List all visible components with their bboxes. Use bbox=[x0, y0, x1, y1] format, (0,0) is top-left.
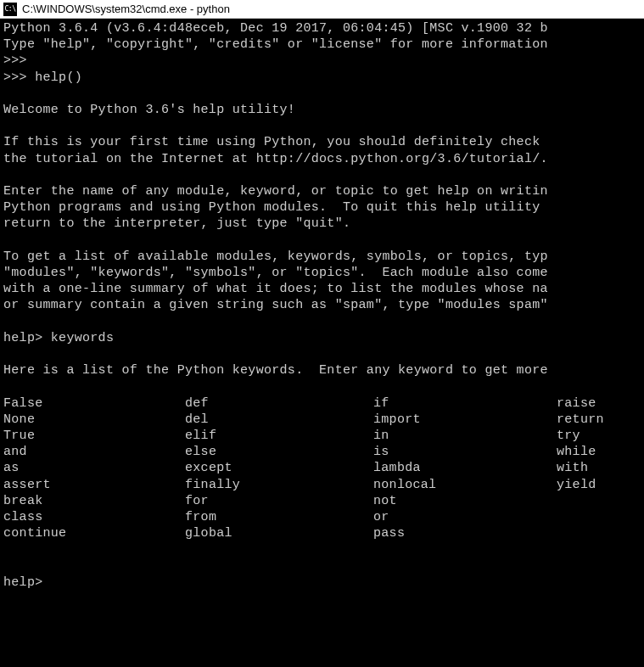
keyword-cell: with bbox=[557, 460, 641, 476]
keyword-cell: as bbox=[3, 460, 185, 476]
keyword-cell: True bbox=[3, 428, 185, 444]
keyword-cell: del bbox=[185, 412, 373, 428]
prompt-help: >>> bbox=[3, 70, 35, 85]
para2-line3: return to the interpreter, just type "qu… bbox=[3, 216, 350, 231]
keyword-cell: try bbox=[557, 428, 641, 444]
keyword-cell: class bbox=[3, 509, 185, 525]
keyword-cell: break bbox=[3, 493, 185, 509]
keyword-cell: return bbox=[557, 412, 641, 428]
help-prompt-final: help> bbox=[3, 575, 43, 590]
keyword-cell: from bbox=[185, 509, 373, 525]
keyword-cell: else bbox=[185, 444, 373, 460]
keyword-cell: lambda bbox=[373, 460, 557, 476]
keyword-cell bbox=[557, 493, 641, 509]
keyword-cell: finally bbox=[185, 477, 373, 493]
keyword-cell: raise bbox=[557, 395, 641, 412]
help-prompt: help> bbox=[3, 331, 51, 345]
keyword-cell: elif bbox=[185, 428, 373, 444]
keyword-cell: continue bbox=[3, 525, 185, 541]
console-output[interactable]: Python 3.6.4 (v3.6.4:d48eceb, Dec 19 201… bbox=[0, 19, 644, 667]
keyword-cell: import bbox=[373, 412, 557, 428]
keyword-cell: None bbox=[3, 412, 185, 428]
keywords-command: keywords bbox=[51, 331, 114, 345]
keyword-cell: False bbox=[3, 395, 185, 412]
prompt-empty: >>> bbox=[3, 53, 27, 68]
keywords-intro: Here is a list of the Python keywords. E… bbox=[3, 363, 548, 378]
keyword-cell: pass bbox=[373, 525, 557, 541]
keyword-cell: if bbox=[373, 395, 557, 412]
keyword-cell: yield bbox=[557, 477, 641, 493]
keyword-cell: in bbox=[373, 428, 557, 444]
keywords-table: FalsedefifraiseNonedelimportreturnTrueel… bbox=[3, 395, 641, 542]
keyword-cell: while bbox=[557, 444, 641, 460]
keyword-cell bbox=[557, 509, 641, 525]
keyword-cell: or bbox=[373, 509, 557, 525]
python-version-line: Python 3.6.4 (v3.6.4:d48eceb, Dec 19 201… bbox=[3, 21, 548, 36]
keyword-cell bbox=[557, 525, 641, 541]
para3-line2: "modules", "keywords", "symbols", or "to… bbox=[3, 266, 548, 280]
keyword-cell: for bbox=[185, 493, 373, 509]
para1-line2: the tutorial on the Internet at http://d… bbox=[3, 152, 548, 166]
keyword-cell: nonlocal bbox=[373, 477, 557, 493]
keyword-cell: and bbox=[3, 444, 185, 460]
keyword-cell: except bbox=[185, 460, 373, 476]
para3-line4: or summary contain a given string such a… bbox=[3, 298, 548, 312]
window-title-bar[interactable]: C:\ C:\WINDOWS\system32\cmd.exe - python bbox=[0, 0, 644, 19]
window-title: C:\WINDOWS\system32\cmd.exe - python bbox=[22, 3, 230, 15]
para2-line2: Python programs and using Python modules… bbox=[3, 200, 548, 215]
para3-line1: To get a list of available modules, keyw… bbox=[3, 249, 548, 264]
keyword-cell: not bbox=[373, 493, 557, 509]
keyword-cell: global bbox=[185, 525, 373, 541]
keyword-cell: assert bbox=[3, 477, 185, 493]
help-call: help() bbox=[35, 70, 82, 85]
type-help-line: Type "help", "copyright", "credits" or "… bbox=[3, 37, 548, 52]
keyword-cell: def bbox=[185, 395, 373, 412]
keyword-cell: is bbox=[373, 444, 557, 460]
para2-line1: Enter the name of any module, keyword, o… bbox=[3, 184, 548, 199]
para1-line1: If this is your first time using Python,… bbox=[3, 135, 548, 149]
cmd-icon: C:\ bbox=[3, 3, 17, 16]
welcome-line: Welcome to Python 3.6's help utility! bbox=[3, 103, 295, 117]
para3-line3: with a one-line summary of what it does;… bbox=[3, 282, 548, 296]
